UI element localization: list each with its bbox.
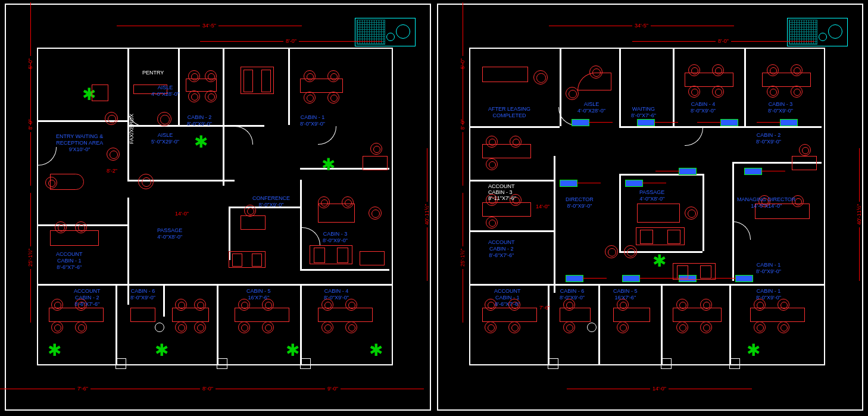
plan-boundary: ENTRY WAITING & RECEPTION AREA 9'X10'-0"… — [38, 49, 392, 364]
plant-icon — [749, 346, 751, 349]
signage-marker — [560, 180, 577, 187]
room-fax: FAX/XEROX — [129, 114, 135, 144]
dim-left-mid-b: 8'-0" — [460, 119, 466, 130]
signage-marker — [744, 168, 762, 175]
room-aisle2: AISLE 5'-0"X29'-0" — [151, 132, 179, 145]
room-cabin5: CABIN - 5 16'X7'-6" — [246, 288, 271, 301]
room-aisle1b: AISLE 4'-0"X28'-0" — [577, 101, 605, 114]
washroom-block — [355, 18, 416, 46]
dim-bot-2: 8'-0" — [202, 386, 213, 392]
room-after-comp: AFTER LEASING COMPLETED — [488, 106, 530, 119]
room-waiting: WAITING 8'-0"X7'-6" — [631, 106, 656, 119]
floor-plan-left: ENTRY WAITING & RECEPTION AREA 9'X10'-0"… — [6, 5, 430, 409]
room-aisle1: AISLE 4'-0"X28'-0" — [151, 85, 179, 98]
signage-marker — [622, 275, 640, 282]
room-cabin1: CABIN - 1 8'-0"X9'-0" — [300, 114, 325, 127]
plant-icon — [196, 138, 199, 140]
room-pantry: PENTRY — [142, 70, 164, 76]
room-cabin3: CABIN - 3 8'-0"X9'-0" — [323, 231, 348, 244]
signage-marker — [625, 180, 643, 187]
room-account1: ACCOUNT CABIN - 1 8'-6"X7'-6" — [56, 251, 83, 271]
plant-icon — [655, 257, 657, 259]
room-cabin3b: CABIN - 3 8'-0"X9'-0" — [768, 101, 793, 114]
signage-marker — [780, 119, 798, 126]
plant-icon — [371, 346, 374, 349]
dim-left-mid: 8'-0" — [27, 119, 33, 130]
room-cabin6b: CABIN - 6 8'-0"X9'-0" — [560, 288, 585, 301]
signage-marker — [735, 275, 753, 282]
room-account3: ACCOUNT CABIN - 3 8'-11"X7'-6" — [488, 183, 516, 201]
plant-icon — [85, 90, 87, 93]
room-cabin1b: CABIN - 1 8'-0"X9'-0" — [756, 262, 781, 275]
signage-marker — [637, 119, 655, 126]
room-conference: CONFERENCE 8'-0"X9'-0" — [252, 195, 290, 208]
room-cabin4b: CABIN - 4 8'-0"X9'-0" — [691, 101, 716, 114]
washroom-block-b — [787, 18, 848, 46]
dim-left-low: 25'-1½" — [27, 249, 33, 267]
room-passage: PASSAGE 4'-0"X8'-0" — [157, 227, 182, 240]
signage-marker — [572, 119, 589, 126]
floor-plan-right: AFTER LEASING COMPLETED WAITING 8'-0"X7'… — [438, 5, 862, 409]
signage-marker — [679, 168, 697, 175]
dim-left-low-b: 25'-1½" — [460, 249, 466, 267]
plant-icon — [157, 346, 160, 349]
signage-marker — [720, 119, 738, 126]
plan-boundary-b: AFTER LEASING COMPLETED WAITING 8'-0"X7'… — [470, 49, 824, 364]
dim-overall-w-b: 34'-5" — [635, 23, 648, 29]
room-cabin1c: CABIN - 1 8'-0"X9'-0" — [756, 288, 781, 301]
room-reception: ENTRY WAITING & RECEPTION AREA 9'X10'-0" — [56, 133, 103, 153]
room-passageb: PASSAGE 4'-0"X8'-0" — [639, 189, 664, 202]
dim-top-short-b: 8'-0" — [718, 38, 729, 44]
room-cabin5b: CABIN - 5 16'X7'-6" — [613, 288, 638, 301]
room-cabin2b: CABIN - 2 8'-0"X9'-0" — [756, 132, 781, 145]
room-mdb: MANAGING DIRECTOR 14'-0"X14'-0" — [737, 196, 795, 209]
dim-bot-1: 7'-6" — [77, 386, 88, 392]
room-account2: ACCOUNT CABIN - 2 8'-6"X7'-6" — [74, 288, 101, 308]
dim-overall-h: 40'-11½" — [424, 204, 430, 225]
room-account2b: ACCOUNT CABIN - 2 8'-6"X7'-6" — [488, 239, 515, 259]
signage-marker — [566, 275, 583, 282]
dim-top-short: 8'-0" — [286, 38, 296, 44]
room-cabin2: CABIN - 2 8'-0"X9'-0" — [187, 114, 212, 127]
room-cabin4: CABIN - 4 8'-0"X9'-0" — [324, 288, 349, 301]
room-director: DIRECTOR 8'-0"X9'-0" — [566, 196, 594, 209]
plant-icon — [50, 346, 52, 349]
dim-bot-b: 14'-0" — [652, 386, 666, 392]
plant-icon — [288, 346, 291, 349]
plant-icon — [324, 161, 326, 163]
dim-bot-3: 9'-0" — [327, 386, 338, 392]
room-cabin6: CABIN - 6 8'-0"X9'-0" — [130, 288, 155, 301]
dim-overall-h-b: 40'-11½" — [856, 204, 862, 225]
room-account1b: ACCOUNT CABIN - 1 8'-6"X7'-6" — [494, 288, 521, 308]
dim-overall-w: 34'-5" — [202, 23, 216, 29]
